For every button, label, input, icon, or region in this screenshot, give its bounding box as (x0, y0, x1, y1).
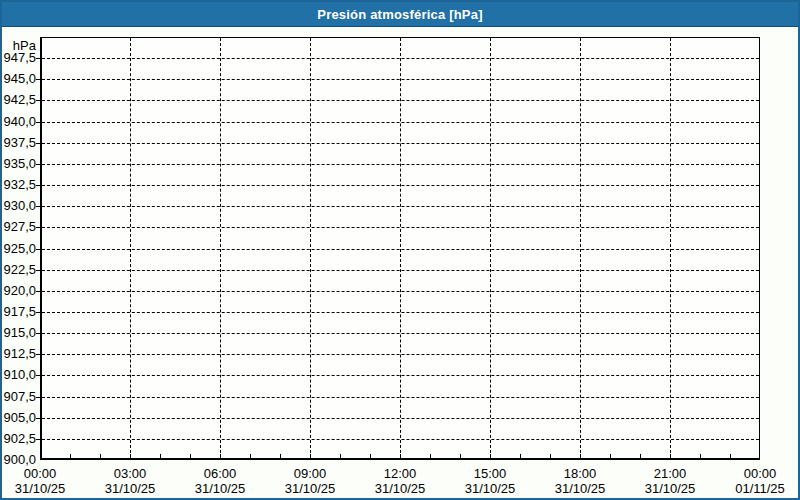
x-axis-time-label: 03:00 (90, 466, 170, 481)
y-axis-label: 927,5 (2, 219, 36, 235)
v-gridline (580, 38, 581, 458)
v-gridline (310, 38, 311, 458)
v-gridline (400, 38, 401, 458)
x-axis-date-label: 31/10/25 (180, 481, 260, 496)
y-axis-tick (36, 439, 40, 440)
x-axis-tick (340, 454, 341, 458)
y-axis-tick (36, 122, 40, 123)
x-axis-tick (280, 454, 281, 458)
y-axis-tick (36, 249, 40, 250)
app-window: Presión atmosférica [hPa] hPa 947,5945,0… (0, 0, 800, 500)
x-axis-label: 00:0031/10/25 (0, 466, 80, 496)
x-axis-tick (520, 454, 521, 458)
y-axis-label: 930,0 (2, 198, 36, 214)
y-axis-label: 937,5 (2, 135, 36, 151)
x-axis-tick (250, 454, 251, 458)
x-axis-label: 21:0031/10/25 (630, 466, 710, 496)
y-axis-label: 947,5 (2, 50, 36, 66)
y-axis-tick (36, 143, 40, 144)
x-axis-time-label: 15:00 (450, 466, 530, 481)
x-axis-date-label: 31/10/25 (630, 481, 710, 496)
x-axis-label: 09:0031/10/25 (270, 466, 350, 496)
x-axis-date-label: 31/10/25 (540, 481, 620, 496)
x-axis-label: 00:0001/11/25 (720, 466, 800, 496)
x-axis-tick (580, 454, 581, 458)
x-axis-tick (550, 454, 551, 458)
y-axis-label: 902,5 (2, 431, 36, 447)
x-axis-tick (130, 454, 131, 458)
v-gridline (220, 38, 221, 458)
x-axis-date-label: 31/10/25 (450, 481, 530, 496)
x-axis-tick (460, 454, 461, 458)
y-axis-tick (36, 312, 40, 313)
y-axis-tick (36, 333, 40, 334)
x-axis-time-label: 12:00 (360, 466, 440, 481)
y-axis-tick (36, 291, 40, 292)
y-axis-tick (36, 397, 40, 398)
y-axis-label: 920,0 (2, 283, 36, 299)
y-axis-label: 940,0 (2, 114, 36, 130)
x-axis-tick (70, 454, 71, 458)
x-axis-tick (100, 454, 101, 458)
x-axis-time-label: 00:00 (720, 466, 800, 481)
y-axis-tick (36, 79, 40, 80)
x-axis-label: 03:0031/10/25 (90, 466, 170, 496)
x-axis-tick (670, 454, 671, 458)
x-axis-label: 18:0031/10/25 (540, 466, 620, 496)
x-axis-tick (640, 454, 641, 458)
y-axis-tick (36, 185, 40, 186)
y-axis-label: 915,0 (2, 325, 36, 341)
y-axis-label: 945,0 (2, 71, 36, 87)
y-axis-tick (36, 375, 40, 376)
x-axis-tick (190, 454, 191, 458)
x-axis-label: 12:0031/10/25 (360, 466, 440, 496)
x-axis-date-label: 01/11/25 (720, 481, 800, 496)
y-axis-tick (36, 58, 40, 59)
v-gridline (490, 38, 491, 458)
y-axis-label: 925,0 (2, 241, 36, 257)
v-gridline (670, 38, 671, 458)
x-axis-label: 15:0031/10/25 (450, 466, 530, 496)
y-axis-tick (36, 164, 40, 165)
x-axis-tick (430, 454, 431, 458)
x-axis-tick (220, 454, 221, 458)
x-axis-tick (730, 454, 731, 458)
y-axis-label: 905,0 (2, 410, 36, 426)
v-gridline (130, 38, 131, 458)
x-axis-tick (400, 454, 401, 458)
x-axis-time-label: 06:00 (180, 466, 260, 481)
y-axis-tick (36, 418, 40, 419)
y-axis-label: 917,5 (2, 304, 36, 320)
x-axis-date-label: 31/10/25 (270, 481, 350, 496)
y-axis-label: 942,5 (2, 92, 36, 108)
y-axis-tick (36, 206, 40, 207)
y-axis-label: 932,5 (2, 177, 36, 193)
x-axis-date-label: 31/10/25 (90, 481, 170, 496)
x-axis-tick (490, 454, 491, 458)
x-axis-tick (160, 454, 161, 458)
y-axis-label: 935,0 (2, 156, 36, 172)
x-axis-date-label: 31/10/25 (360, 481, 440, 496)
x-axis-date-label: 31/10/25 (0, 481, 80, 496)
y-axis-tick (36, 227, 40, 228)
x-axis-tick (310, 454, 311, 458)
x-axis-label: 06:0031/10/25 (180, 466, 260, 496)
x-axis-time-label: 09:00 (270, 466, 350, 481)
y-axis-label: 922,5 (2, 262, 36, 278)
y-axis-tick (36, 270, 40, 271)
y-axis-tick (36, 354, 40, 355)
x-axis-tick (370, 454, 371, 458)
y-axis-label: 907,5 (2, 389, 36, 405)
x-axis-time-label: 21:00 (630, 466, 710, 481)
x-axis-tick (610, 454, 611, 458)
y-axis-label: 910,0 (2, 367, 36, 383)
y-axis-label: 912,5 (2, 346, 36, 362)
x-axis-time-label: 18:00 (540, 466, 620, 481)
x-axis-tick (700, 454, 701, 458)
pressure-chart: hPa 947,5945,0942,5940,0937,5935,0932,59… (2, 2, 798, 498)
x-axis-time-label: 00:00 (0, 466, 80, 481)
y-axis-tick (36, 100, 40, 101)
